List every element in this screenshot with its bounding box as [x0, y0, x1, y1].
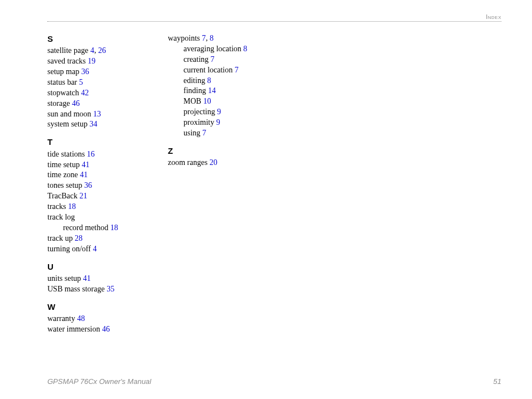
index-column: Ssatellite page 4, 26saved tracks 19setu… — [47, 33, 142, 335]
page-footer: GPSMAP 76Cx Owner's Manual 51 — [47, 377, 501, 386]
index-term: waypoints — [168, 34, 200, 42]
index-term: averaging location — [183, 45, 241, 53]
index-entry: creating 7 — [183, 55, 263, 65]
index-page-link[interactable]: 26 — [98, 46, 106, 55]
page-separator: , — [206, 34, 210, 42]
page-refs: 18 — [68, 202, 76, 211]
index-page-link[interactable]: 41 — [81, 160, 89, 169]
page-refs: 46 — [72, 99, 80, 108]
page-refs: 41 — [81, 160, 89, 169]
page-refs: 36 — [84, 181, 92, 189]
page-refs: 7 — [235, 66, 239, 74]
page-refs: 20 — [210, 158, 217, 167]
page-refs: 41 — [80, 171, 88, 179]
index-page-link[interactable]: 41 — [83, 274, 91, 283]
index-term: USB mass storage — [47, 285, 105, 293]
page-refs: 28 — [75, 234, 83, 242]
index-term: status bar — [47, 78, 77, 86]
footer-manual-title: GPSMAP 76Cx Owner's Manual — [47, 377, 151, 386]
section-letter: Z — [168, 145, 263, 157]
index-term: turning on/off — [47, 245, 91, 253]
page-refs: 7, 8 — [202, 34, 214, 42]
index-term: time setup — [47, 160, 80, 169]
index-page-link[interactable]: 7 — [235, 66, 239, 74]
index-entry: proximity 9 — [183, 118, 263, 128]
index-entry: sun and moon 13 — [47, 109, 142, 120]
index-page-link[interactable]: 8 — [207, 76, 211, 85]
index-page-link[interactable]: 9 — [216, 118, 220, 126]
index-page-link[interactable]: 34 — [89, 120, 97, 128]
index-page-link[interactable]: 35 — [107, 285, 114, 293]
page-refs: 16 — [87, 150, 95, 158]
index-entry: stopwatch 42 — [47, 88, 142, 99]
page-refs: 21 — [79, 192, 87, 200]
index-term: units setup — [47, 274, 81, 283]
index-term: projecting — [183, 108, 215, 116]
index-entry: tracks 18 — [47, 202, 142, 212]
section-letter: S — [47, 33, 142, 45]
index-page-link[interactable]: 21 — [79, 192, 87, 200]
page-refs: 13 — [93, 110, 101, 118]
index-term: time zone — [47, 171, 78, 179]
index-page-link[interactable]: 18 — [110, 223, 118, 232]
index-page-link[interactable]: 7 — [202, 34, 206, 42]
index-term: track up — [47, 234, 72, 242]
index-page-link[interactable]: 36 — [84, 181, 92, 189]
section-letter: U — [47, 261, 142, 273]
index-page-link[interactable]: 46 — [102, 325, 110, 333]
index-page-link[interactable]: 14 — [208, 86, 216, 95]
footer-page-number: 51 — [494, 377, 501, 386]
index-page-link[interactable]: 28 — [75, 234, 83, 242]
page-refs: 18 — [110, 223, 118, 232]
index-page-link[interactable]: 42 — [81, 89, 89, 97]
index-entry: record method 18 — [63, 223, 142, 233]
index-page-link[interactable]: 10 — [203, 97, 211, 105]
index-page-link[interactable]: 46 — [72, 99, 80, 108]
index-page-link[interactable]: 4 — [90, 46, 94, 55]
index-entry: turning on/off 4 — [47, 244, 142, 255]
index-entry: current location 7 — [183, 65, 263, 76]
index-page-link[interactable]: 18 — [68, 202, 76, 211]
index-entry: TracBack 21 — [47, 191, 142, 202]
index-term: creating — [183, 55, 209, 64]
index-term: zoom ranges — [168, 158, 207, 167]
index-term: storage — [47, 99, 70, 108]
index-term: MOB — [183, 97, 201, 105]
page-refs: 8 — [243, 45, 247, 53]
index-page-link[interactable]: 7 — [211, 55, 215, 64]
index-page-link[interactable]: 13 — [93, 110, 101, 118]
page-refs: 4 — [93, 245, 96, 253]
page-refs: 7 — [202, 129, 206, 137]
index-entry: saved tracks 19 — [47, 56, 142, 67]
index-entry: satellite page 4, 26 — [47, 46, 142, 56]
header-label: Index — [486, 13, 501, 20]
index-page-link[interactable]: 8 — [243, 45, 247, 53]
index-term: finding — [183, 86, 206, 95]
index-page-link[interactable]: 19 — [88, 57, 95, 65]
index-term: setup map — [47, 67, 79, 76]
index-page-link[interactable]: 36 — [81, 67, 89, 76]
index-page-link[interactable]: 48 — [77, 314, 85, 323]
index-page-link[interactable]: 4 — [93, 245, 96, 253]
page-refs: 19 — [88, 57, 95, 65]
index-page-link[interactable]: 5 — [79, 78, 83, 86]
index-term: satellite page — [47, 46, 88, 55]
index-page-link[interactable]: 7 — [202, 129, 206, 137]
index-entry: zoom ranges 20 — [168, 158, 263, 168]
index-entry: using 7 — [183, 128, 263, 139]
index-page-link[interactable]: 16 — [87, 150, 95, 158]
index-page-link[interactable]: 8 — [210, 34, 214, 42]
index-page-link[interactable]: 41 — [80, 171, 88, 179]
index-entry: projecting 9 — [183, 107, 263, 118]
index-column: waypoints 7, 8averaging location 8creati… — [168, 33, 263, 335]
index-term: record method — [63, 223, 108, 232]
index-entry: track up 28 — [47, 233, 142, 244]
index-page-link[interactable]: 20 — [210, 158, 217, 167]
index-entry: MOB 10 — [183, 96, 263, 107]
index-page-link[interactable]: 9 — [217, 108, 221, 116]
page-refs: 9 — [217, 108, 221, 116]
page-refs: 5 — [79, 78, 83, 86]
index-entry: water immersion 46 — [47, 324, 142, 335]
page-refs: 36 — [81, 67, 89, 76]
index-term: tones setup — [47, 181, 83, 189]
